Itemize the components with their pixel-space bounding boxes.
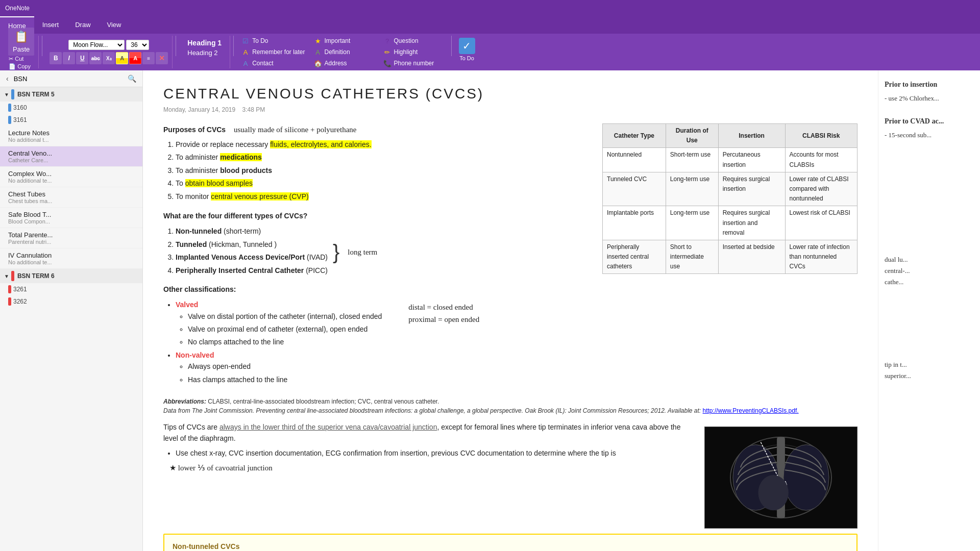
search-input[interactable] bbox=[14, 75, 122, 83]
note-central-veno[interactable]: Central Veno... Catheter Care... bbox=[0, 146, 142, 167]
tag-todo[interactable]: ☑ To Do bbox=[241, 36, 305, 45]
note-iv-cannulation[interactable]: IV Cannulation No additional te... bbox=[0, 248, 142, 269]
tag-highlight[interactable]: ✏ Highlight bbox=[383, 47, 444, 57]
nonvalved-sublist: Always open-ended Has clamps attached to… bbox=[176, 361, 382, 385]
page-color-3160 bbox=[8, 104, 11, 112]
font-select[interactable]: Moon Flow... bbox=[68, 40, 125, 50]
list-item: No clamps attached to the line bbox=[188, 336, 382, 347]
content-body: Catheter Type Duration of Use Insertion … bbox=[163, 123, 857, 551]
highlight-icon: ✏ bbox=[383, 47, 392, 57]
page-color-3161 bbox=[8, 116, 11, 124]
note-title: CENTRAL VENOUS CATHETERS (CVCS) bbox=[163, 86, 857, 102]
right-note-5: dual lu... central-... cathe... bbox=[885, 254, 974, 288]
highlight-color-btn[interactable]: A bbox=[116, 52, 128, 64]
align-button[interactable]: ≡ bbox=[142, 52, 155, 64]
italic-button[interactable]: I bbox=[63, 52, 75, 64]
heading2-style[interactable]: Heading 2 bbox=[183, 48, 226, 58]
paste-group: 📋 Paste ✂ Cut 📄 Copy 🖌 Format bbox=[4, 36, 39, 68]
tag-important[interactable]: ★ Important bbox=[313, 36, 375, 45]
list-item: Non-tunneled (short-term) bbox=[176, 226, 328, 237]
right-note-3: Prior to CVAD ac... bbox=[885, 115, 974, 128]
underline-button[interactable]: U bbox=[76, 52, 88, 64]
valved-sublist: Valve on distal portion of the catheter … bbox=[176, 311, 382, 348]
note-meta: Monday, January 14, 2019 3:48 PM bbox=[163, 106, 857, 113]
section-bsn-term6[interactable]: ▼ BSN TERM 6 bbox=[0, 269, 142, 283]
page-color-3261 bbox=[8, 285, 11, 293]
x-ray-image: A bbox=[704, 427, 857, 529]
address-icon: 🏠 bbox=[313, 59, 323, 68]
font-group: Moon Flow... 36 B I U abc X₂ A A ≡ ✕ bbox=[45, 36, 173, 68]
search-button[interactable]: 🔍 bbox=[126, 73, 138, 84]
table-header-type: Catheter Type bbox=[603, 124, 666, 148]
highlight-fluids: fluids, electrolytes, and calories. bbox=[270, 140, 371, 148]
page-3161[interactable]: 3161 bbox=[0, 114, 142, 126]
distal-note: distal = closed ended bbox=[408, 301, 479, 313]
tab-view[interactable]: View bbox=[99, 16, 130, 34]
contact-icon: A bbox=[241, 59, 250, 68]
cut-icon: ✂ bbox=[9, 56, 13, 62]
tag-definition[interactable]: A Definition bbox=[313, 47, 375, 57]
page-3160[interactable]: 3160 bbox=[0, 102, 142, 114]
todo-button[interactable]: ✓ To Do bbox=[455, 36, 479, 68]
proximal-note: proximal = open ended bbox=[408, 313, 479, 325]
right-note-6: tip in t... superior... bbox=[885, 359, 974, 382]
list-item: Valve on distal portion of the catheter … bbox=[188, 311, 382, 322]
note-complex-wo[interactable]: Complex Wo... No additional te... bbox=[0, 167, 142, 187]
svg-point-8 bbox=[758, 475, 788, 510]
app-name: OneNote bbox=[5, 5, 30, 12]
styles-group: Heading 1 Heading 2 bbox=[179, 36, 230, 68]
table-row: Peripherally inserted central catheters … bbox=[603, 240, 857, 274]
tags-group: ☑ To Do A Remember for later A Contact ★… bbox=[237, 36, 448, 68]
phone-icon: 📞 bbox=[383, 59, 392, 68]
tag-remember[interactable]: A Remember for later bbox=[241, 47, 305, 57]
abbrev-box: Abbreviations: CLABSI, central-line-asso… bbox=[163, 397, 857, 415]
main-layout: ‹ 🔍 ▼ BSN TERM 5 3160 3161 Lecture Notes bbox=[0, 70, 980, 551]
copy-button[interactable]: Copy bbox=[17, 63, 31, 69]
cut-button[interactable]: Cut bbox=[15, 56, 23, 62]
tab-draw[interactable]: Draw bbox=[67, 16, 99, 34]
types-section: Non-tunneled (short-term) Tunneled (Hick… bbox=[163, 226, 592, 278]
list-item: Valve on proximal end of catheter (exter… bbox=[188, 323, 382, 335]
tags-col-2: ★ Important A Definition 🏠 Address bbox=[313, 36, 375, 68]
ribbon: 📋 Paste ✂ Cut 📄 Copy 🖌 Format Moon Flow.… bbox=[0, 34, 980, 70]
table-header-insertion: Insertion bbox=[718, 124, 785, 148]
back-button[interactable]: ‹ bbox=[4, 73, 11, 84]
tab-insert[interactable]: Insert bbox=[34, 16, 67, 34]
bold-button[interactable]: B bbox=[50, 52, 62, 64]
note-safe-blood[interactable]: Safe Blood T... Blood Compon... bbox=[0, 208, 142, 228]
blood-products: blood products bbox=[220, 166, 272, 174]
tag-question[interactable]: ? Question bbox=[383, 36, 444, 45]
font-color-btn[interactable]: A bbox=[129, 52, 141, 64]
heading1-style[interactable]: Heading 1 bbox=[183, 38, 226, 48]
subscript-button[interactable]: X₂ bbox=[103, 52, 115, 64]
page-3262[interactable]: 3262 bbox=[0, 295, 142, 308]
todo-check-icon: ✓ bbox=[459, 38, 475, 54]
note-total-parente[interactable]: Total Parente... Parenteral nutri... bbox=[0, 228, 142, 248]
page-3261[interactable]: 3261 bbox=[0, 283, 142, 295]
right-panel: Prior to insertion - use 2% Chlorhex... … bbox=[878, 70, 980, 551]
table-header-clabsi: CLABSI Risk bbox=[785, 124, 857, 148]
section-bsn-term5[interactable]: ▼ BSN TERM 5 bbox=[0, 87, 142, 102]
question-icon: ? bbox=[383, 36, 392, 45]
clear-format-button[interactable]: ✕ bbox=[156, 52, 168, 64]
paste-button[interactable]: 📋 Paste bbox=[8, 28, 34, 56]
definition-icon: A bbox=[313, 47, 323, 57]
note-chest-tubes[interactable]: Chest Tubes Chest tubes ma... bbox=[0, 187, 142, 208]
table-row: Implantable ports Long-term use Requires… bbox=[603, 206, 857, 240]
tag-address[interactable]: 🏠 Address bbox=[313, 59, 375, 68]
highlight-blood-samples: obtain blood samples bbox=[185, 179, 253, 187]
title-bar: OneNote bbox=[0, 0, 980, 16]
table-header-duration: Duration of Use bbox=[666, 124, 718, 148]
sidebar: ‹ 🔍 ▼ BSN TERM 5 3160 3161 Lecture Notes bbox=[0, 70, 143, 551]
content-area[interactable]: CENTRAL VENOUS CATHETERS (CVCS) Monday, … bbox=[143, 70, 878, 551]
font-size-select[interactable]: 36 bbox=[126, 40, 149, 50]
other-classifications: Other classifications: Valved Valve on d… bbox=[163, 284, 857, 387]
strikethrough-button[interactable]: abc bbox=[89, 52, 102, 64]
tag-phone[interactable]: 📞 Phone number bbox=[383, 59, 444, 68]
divider-4 bbox=[451, 36, 452, 56]
note-lecture-notes[interactable]: Lecture Notes No additional t... bbox=[0, 126, 142, 146]
right-note-2: - use 2% Chlorhex... bbox=[885, 93, 974, 104]
highlight-cvp: central venous pressure (CVP) bbox=[211, 192, 308, 201]
tag-contact[interactable]: A Contact bbox=[241, 59, 305, 68]
nontunneled-box: Non-tunneled CVCs Non-tunneled CVCs are … bbox=[163, 534, 857, 551]
